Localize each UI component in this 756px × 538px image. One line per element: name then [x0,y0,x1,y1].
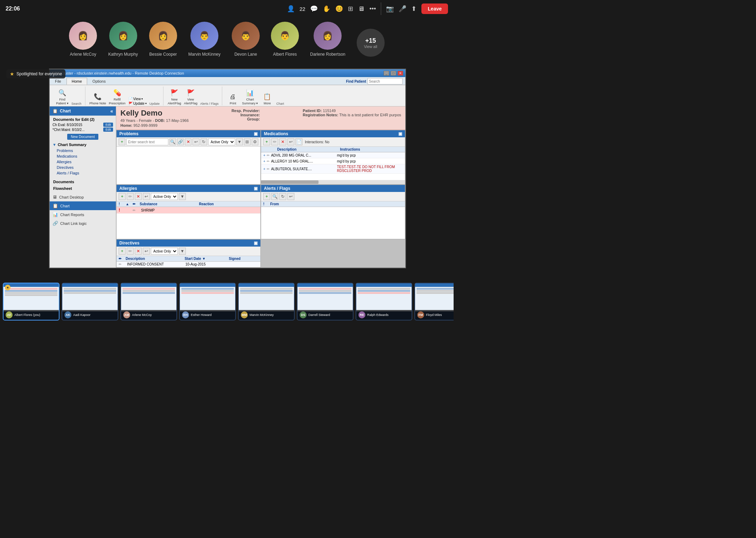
view-all-button[interactable]: +15 View all [357,29,385,57]
problems-undo-button[interactable]: ↩ [192,138,199,145]
sidebar-item-problems[interactable]: Problems [50,148,116,153]
meds-add-button[interactable]: + [263,138,270,145]
raise-hand-icon[interactable]: ✋ [323,5,330,13]
minimize-button[interactable]: _ [384,71,389,76]
problems-delete-button[interactable]: ✕ [185,138,191,145]
participant-arlene[interactable]: 👩 Arlene McCoy [69,22,97,57]
directives-add-button[interactable]: + [119,248,126,255]
remote-desktop-window[interactable]: RDS Cluster - rdscluster.einstein.nwheal… [49,69,406,268]
allergies-minimize-icon[interactable]: ▣ [254,186,258,191]
directives-edit-button[interactable]: ✏ [127,248,134,255]
sidebar-item-directives[interactable]: Directives [50,165,116,170]
problems-refresh-button[interactable]: ↻ [201,138,207,145]
tab-file[interactable]: File [50,78,66,85]
directives-filter-icon[interactable]: ▼ [179,248,186,255]
close-button[interactable]: ✕ [398,71,403,76]
add-icon[interactable]: ⊞ [348,5,353,13]
participants-icon[interactable]: 👤 [287,5,295,13]
find-patient-button[interactable]: 🔍 FindPatient ▾ [56,88,69,105]
chart-summary-button[interactable]: 📊 ChartSummary ▾ [242,88,258,105]
chart-summary-toggle[interactable]: ▼ Chart Summary [50,142,116,148]
problems-link-button[interactable]: 🔗 [177,138,184,145]
problems-search-input[interactable] [126,138,168,145]
maximize-button[interactable]: □ [391,71,396,76]
directives-active-only-select[interactable]: Active Only All [151,248,178,255]
allergies-undo-button[interactable]: ↩ [143,193,150,200]
view-alert-flag-button[interactable]: 🚩 ViewAlert/Flag [184,88,197,105]
nav-chart-link-logic[interactable]: 🔗 Chart Link logic [50,219,116,228]
doc1-edit-button[interactable]: Edit [103,123,113,127]
reactions-icon[interactable]: 😊 [335,5,343,13]
medications-scrollbar[interactable] [261,180,405,184]
allergies-add-button[interactable]: + [119,193,126,200]
thumb-ralph[interactable]: RE Ralph Edwards [356,283,412,320]
share-icon[interactable]: ⬆ [411,5,416,13]
refill-prescription-button[interactable]: 💊 RefillPrescription [109,88,126,105]
problems-active-only-select[interactable]: Active Only All [208,138,235,145]
med1-expand[interactable]: + [263,153,265,157]
more-options-icon[interactable]: ••• [369,5,376,13]
directives-minimize-icon[interactable]: ▣ [254,241,258,246]
screen-share-icon[interactable]: 🖥 [358,5,364,13]
thumb-aadi[interactable]: AK Aadi Kapoor [62,283,118,320]
sidebar-item-alerts-flags[interactable]: Alerts / Flags [50,170,116,176]
nav-chart-reports[interactable]: 📊 Chart Reports [50,210,116,219]
participant-devon[interactable]: 👨 Devon Lane [232,22,260,57]
meds-undo-button[interactable]: ↩ [287,138,294,145]
thumb-marvin[interactable]: MM Marvin McKinney [238,283,295,320]
med2-expand[interactable]: + [263,159,265,163]
alerts-search-button[interactable]: 🔍 [271,193,278,200]
meds-edit-button[interactable]: ✏ [271,138,278,145]
participant-albert[interactable]: 👨 Albert Flores [271,22,299,57]
participant-marvin[interactable]: 👨 Marvin McKinney [188,22,220,57]
sidebar-item-allergies[interactable]: Allergies [50,159,116,165]
rd-window-buttons[interactable]: _ □ ✕ [384,71,403,76]
leave-button[interactable]: Leave [421,4,448,14]
update-button[interactable]: 🚩 Update ▾ [128,102,147,105]
meds-delete-button[interactable]: ✕ [279,138,286,145]
meds-doc-button[interactable]: 📄 [295,138,302,145]
problems-add-button[interactable]: + [119,138,125,145]
nav-chart[interactable]: 📋 Chart [50,201,116,210]
medications-minimize-icon[interactable]: ▣ [398,131,402,136]
sidebar-collapse-icon[interactable]: « [110,108,113,114]
tab-home[interactable]: Home [66,78,87,85]
more-button[interactable]: 📋 More [261,92,273,105]
problems-settings-icon[interactable]: ⚙ [252,138,258,145]
thumb-albert[interactable]: ★ AF Albert Flores (you) [3,283,59,320]
allergies-active-only-select[interactable]: Active Only All [151,193,178,200]
alerts-add-button[interactable]: + [263,193,270,200]
alerts-undo-button[interactable]: ↩ [287,193,294,200]
thumb-esther[interactable]: EH Esther Howard [179,283,236,320]
new-alert-flag-button[interactable]: 🚩 NewAlert/Flag [168,88,181,105]
allergies-filter-icon[interactable]: ▼ [179,193,186,200]
directives-delete-button[interactable]: ✕ [135,248,142,255]
problems-filter-icon[interactable]: ▼ [236,138,243,145]
allergies-edit-button[interactable]: ✏ [127,193,134,200]
thumb-arlene[interactable]: AM Arlene McCoy [120,283,177,320]
med3-expand[interactable]: + [263,167,265,171]
sidebar-item-medications[interactable]: Medications [50,153,116,159]
problems-table-icon[interactable]: ⊞ [244,138,251,145]
phone-note-button[interactable]: 📞 Phone Note [90,92,106,105]
mic-icon[interactable]: 🎤 [399,5,406,13]
problems-minimize-icon[interactable]: ▣ [254,131,258,136]
view-all-circle[interactable]: +15 View all [357,29,385,57]
problems-search-button[interactable]: 🔍 [169,138,176,145]
find-patient-search-bar[interactable]: Find Patient [343,78,405,85]
doc2-edit-button[interactable]: Edit [103,127,113,132]
alerts-refresh-button[interactable]: ↻ [279,193,286,200]
allergies-delete-button[interactable]: ✕ [135,193,142,200]
print-button[interactable]: 🖨 Print [226,92,239,105]
directives-undo-button[interactable]: ↩ [143,248,150,255]
view-button[interactable]: 📄 View ▾ [128,97,147,101]
nav-chart-desktop[interactable]: 🖥 Chart Desktop [50,193,116,201]
new-document-button[interactable]: New Document [67,134,98,140]
participant-darlene[interactable]: 👩 Darlene Robertson [310,22,345,57]
thumb-darrell[interactable]: DS Darrell Steward [297,283,354,320]
thumb-floyd[interactable]: FM Floyd Miles [414,283,454,320]
participant-kathryn[interactable]: 👩 Kathryn Murphy [108,22,138,57]
participant-bessie[interactable]: 👩 Bessie Cooper [149,22,177,57]
camera-icon[interactable]: 📷 [386,5,394,13]
chat-icon[interactable]: 💬 [310,5,318,13]
